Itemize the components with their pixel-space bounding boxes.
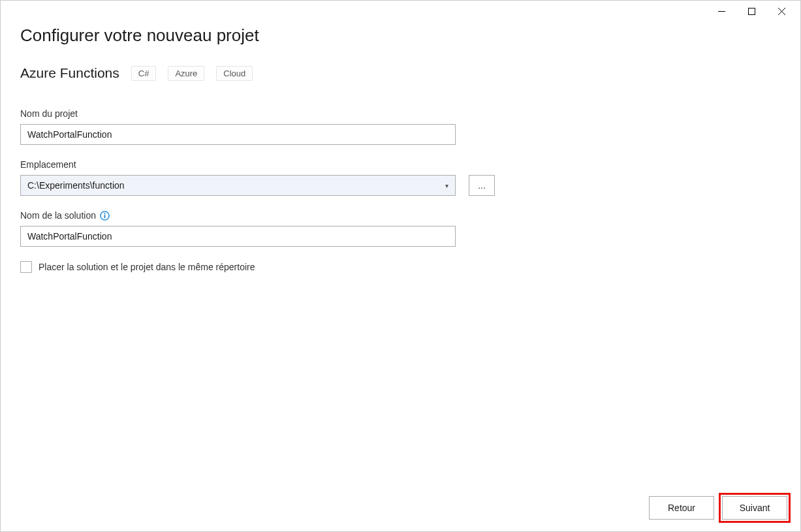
maximize-icon — [748, 8, 755, 15]
next-button[interactable]: Suivant — [722, 496, 787, 520]
location-combobox[interactable]: C:\Experiments\function ▾ — [20, 175, 456, 196]
browse-button[interactable]: ... — [469, 175, 495, 196]
info-icon[interactable] — [100, 210, 110, 221]
same-directory-checkbox[interactable] — [20, 261, 32, 273]
tag-azure: Azure — [168, 66, 204, 81]
svg-rect-1 — [748, 8, 755, 14]
solution-name-group: Nom de la solution — [20, 210, 781, 247]
location-group: Emplacement C:\Experiments\function ▾ ..… — [20, 159, 781, 196]
location-label: Emplacement — [20, 159, 781, 170]
title-bar — [1, 1, 800, 22]
maximize-button[interactable] — [736, 1, 766, 22]
minimize-button[interactable] — [706, 1, 736, 22]
tag-cloud: Cloud — [216, 66, 253, 81]
solution-name-input[interactable] — [20, 226, 456, 247]
project-name-label: Nom du projet — [20, 108, 781, 119]
subtitle-row: Azure Functions C# Azure Cloud — [20, 65, 781, 81]
solution-name-label: Nom de la solution — [20, 210, 96, 221]
project-name-input[interactable] — [20, 124, 456, 145]
same-directory-row: Placer la solution et le projet dans le … — [20, 261, 781, 273]
template-name: Azure Functions — [20, 65, 119, 81]
close-icon — [778, 8, 785, 15]
dialog-content: Configurer votre nouveau projet Azure Fu… — [1, 22, 800, 273]
project-name-group: Nom du projet — [20, 108, 781, 145]
minimize-icon — [718, 8, 725, 15]
tag-csharp: C# — [131, 66, 157, 81]
footer-buttons: Retour Suivant — [649, 496, 787, 520]
close-button[interactable] — [766, 1, 796, 22]
svg-point-5 — [104, 213, 106, 214]
same-directory-label: Placer la solution et le projet dans le … — [39, 262, 255, 272]
svg-rect-6 — [104, 215, 106, 218]
page-title: Configurer votre nouveau projet — [20, 25, 781, 46]
chevron-down-icon: ▾ — [445, 182, 448, 189]
location-value: C:\Experiments\function — [27, 180, 125, 191]
back-button[interactable]: Retour — [649, 496, 714, 520]
